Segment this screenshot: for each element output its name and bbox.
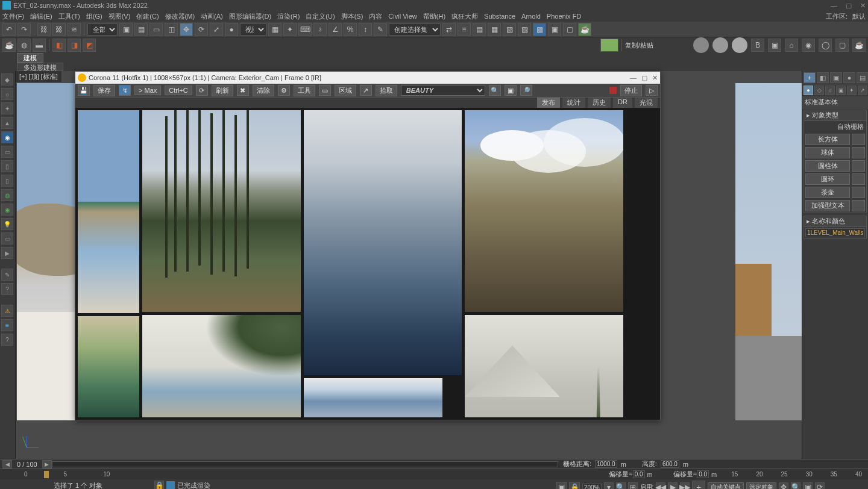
bind-icon[interactable]: ≋: [68, 23, 81, 36]
lt-play-icon[interactable]: ▶: [1, 247, 13, 259]
workspace-value[interactable]: 默认: [852, 12, 866, 21]
menu-graph[interactable]: 图形编辑器(D): [229, 12, 271, 21]
corona-ctrlc-btn[interactable]: Ctrl+C: [165, 86, 192, 95]
corona-tab-lightmix[interactable]: 光混: [635, 98, 658, 108]
thumb-pinecoast[interactable]: [142, 315, 301, 417]
viewport[interactable]: [+] [顶] [标准] Corona 11 (Hotfix 1) | 1008…: [16, 71, 802, 459]
corona-close-icon[interactable]: ✕: [652, 74, 658, 82]
undo-icon[interactable]: ↶: [2, 23, 16, 36]
teapot-icon[interactable]: ☕: [2, 39, 16, 52]
lt-green2-icon[interactable]: ◉: [1, 204, 13, 216]
corona-tab-stats[interactable]: 统计: [562, 98, 585, 108]
corona-zap-icon[interactable]: ↯: [119, 85, 131, 96]
menu-view[interactable]: 视图(V): [108, 12, 131, 21]
named-selection[interactable]: 创建选择集: [389, 23, 441, 36]
selobj-btn[interactable]: 选定对象: [746, 482, 776, 489]
offset-y[interactable]: 0.0: [697, 470, 709, 478]
corona-pick-btn[interactable]: 拾取: [376, 85, 397, 96]
menu-phoenix[interactable]: Phoenix FD: [547, 13, 581, 20]
corona-play-icon[interactable]: ▷: [646, 85, 658, 96]
nav-zoom-icon[interactable]: 🔍: [791, 482, 800, 489]
lt-page2-icon[interactable]: ▯: [1, 175, 13, 187]
select-object-icon[interactable]: ▣: [119, 23, 133, 36]
cmd-tab-motion[interactable]: ●: [843, 72, 855, 83]
vr-b-icon[interactable]: B: [751, 39, 764, 52]
corona-tab-history[interactable]: 历史: [588, 98, 611, 108]
playhead[interactable]: [43, 470, 49, 479]
reference-gallery[interactable]: [75, 108, 660, 420]
btn-sphere2[interactable]: [852, 147, 865, 158]
cmd-sub-space[interactable]: ↗: [858, 86, 867, 95]
donut-icon[interactable]: ◍: [17, 39, 31, 52]
sphere-preview2-icon[interactable]: [712, 37, 728, 53]
cmd-sub-cameras[interactable]: ▣: [836, 86, 846, 95]
lt-warn-icon[interactable]: ⚠: [1, 305, 13, 317]
placement-icon[interactable]: ●: [225, 23, 238, 36]
spinner-snap-icon[interactable]: ↕: [359, 23, 372, 36]
menu-arnold[interactable]: Arnold: [521, 13, 541, 20]
cmd-tab-hierarchy[interactable]: ▣: [830, 72, 842, 83]
menu-content[interactable]: 内容: [369, 12, 382, 21]
thumb-pool[interactable]: [78, 110, 139, 313]
render-setup-icon[interactable]: ▣: [548, 23, 561, 36]
move-icon[interactable]: ✥: [180, 23, 193, 36]
corona-zoom-in-icon[interactable]: 🔍: [489, 85, 501, 96]
corona-zoom-fit-icon[interactable]: ▣: [505, 85, 517, 96]
percent-snap-icon[interactable]: %: [344, 23, 357, 36]
cube-wire-icon[interactable]: ◧: [52, 39, 66, 52]
select-name-icon[interactable]: ▤: [134, 23, 148, 36]
lt-lasso-icon[interactable]: ◉: [1, 131, 13, 143]
align-icon[interactable]: ≡: [458, 23, 471, 36]
corona-tomax-btn[interactable]: > Max: [134, 86, 161, 95]
btn-textplus2[interactable]: [852, 200, 865, 211]
snap3-icon[interactable]: 3: [313, 23, 327, 36]
lt-wand-icon[interactable]: ✎: [1, 269, 13, 281]
lt-lamp-icon[interactable]: ☼: [1, 88, 13, 100]
corona-refresh-btn[interactable]: 刷新: [212, 85, 233, 96]
btn-torus2[interactable]: [852, 173, 865, 185]
menu-script[interactable]: 脚本(S): [341, 12, 363, 21]
offset-x[interactable]: 0.0: [633, 470, 645, 478]
sphere-preview3-icon[interactable]: [732, 37, 747, 53]
corona-clear-btn[interactable]: 清除: [253, 85, 274, 96]
nav-orbit-icon[interactable]: ⟳: [815, 482, 825, 489]
menu-civil[interactable]: Civil View: [388, 13, 417, 20]
corona-zoom-out-icon[interactable]: 🔎: [520, 85, 532, 96]
btn-box2[interactable]: [852, 134, 865, 145]
lt-xform-icon[interactable]: ◆: [1, 73, 13, 86]
corona-region-btn[interactable]: 区域: [335, 85, 356, 96]
sec-object-type[interactable]: ▸ 对象类型: [804, 110, 866, 121]
corona-save-icon[interactable]: 💾: [78, 85, 90, 96]
thumb-bluemtn[interactable]: [304, 110, 462, 375]
unlink-icon[interactable]: ⛓̸: [52, 23, 66, 36]
lt-green1-icon[interactable]: ◍: [1, 189, 13, 201]
corona-clear-icon[interactable]: ✖: [237, 85, 249, 96]
box-fill-icon[interactable]: ▬: [33, 39, 46, 52]
object-name-field[interactable]: 1LEVEL_Main_Walls: [805, 228, 865, 237]
lt-help2-icon[interactable]: ?: [1, 334, 13, 346]
menu-group[interactable]: 组(G): [86, 12, 102, 21]
corona-tab-publish[interactable]: 发布: [537, 98, 560, 108]
auto-grid-label[interactable]: 自动栅格: [837, 122, 864, 131]
maximize-icon[interactable]: ▢: [846, 2, 852, 10]
prev-key-icon[interactable]: ◀◀: [656, 482, 665, 489]
btn-textplus[interactable]: 加强型文本: [805, 200, 850, 211]
btn-cyl[interactable]: 圆柱体: [805, 160, 850, 172]
named-sel-edit-icon[interactable]: ✎: [374, 23, 387, 36]
play-icon[interactable]: ▶: [668, 482, 678, 489]
lt-bulb-icon[interactable]: 💡: [1, 218, 13, 230]
nav-pan-icon[interactable]: ✥: [779, 482, 788, 489]
cmd-category[interactable]: 标准基本体: [802, 96, 868, 108]
lt-light-icon[interactable]: ✦: [1, 102, 13, 114]
curve-editor-icon[interactable]: ▧: [503, 23, 516, 36]
mirror-icon[interactable]: ⇄: [442, 23, 456, 36]
corona-titlebar[interactable]: Corona 11 (Hotfix 1) | 1008×567px (1:1) …: [75, 72, 660, 84]
sec-name-color[interactable]: ▸ 名称和颜色: [804, 216, 866, 227]
corona-tab-dr[interactable]: DR: [613, 98, 632, 108]
menu-crazy[interactable]: 疯狂大师: [451, 12, 478, 21]
vr-home-icon[interactable]: ⌂: [785, 39, 798, 52]
select-rect-icon[interactable]: ▭: [149, 23, 163, 36]
corona-channel[interactable]: BEAUTY: [401, 85, 485, 96]
menu-substance[interactable]: Substance: [484, 13, 515, 20]
thumb-bluemtn2[interactable]: [304, 378, 442, 417]
